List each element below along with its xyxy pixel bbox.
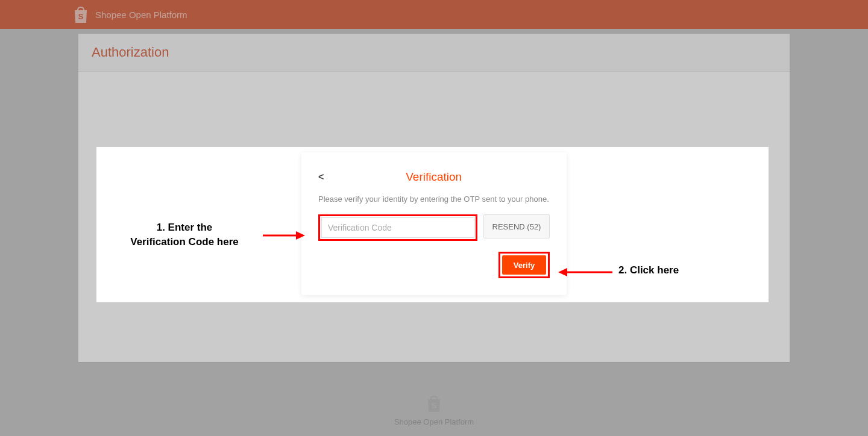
- svg-marker-2: [296, 231, 305, 240]
- verification-panel: < Verification Please verify your identi…: [301, 152, 567, 295]
- verify-button-highlight: Verify: [498, 252, 550, 278]
- arrow-left-icon: [558, 266, 612, 278]
- annotation-step-1-line-2: Verification Code here: [130, 236, 239, 248]
- svg-marker-4: [558, 268, 567, 276]
- dim-overlay: [769, 147, 868, 302]
- code-row: RESEND (52): [318, 214, 550, 241]
- resend-button[interactable]: RESEND (52): [483, 214, 550, 238]
- dim-overlay: [0, 0, 868, 147]
- panel-title: Verification: [318, 170, 550, 184]
- verify-button[interactable]: Verify: [502, 255, 546, 275]
- arrow-right-icon: [263, 229, 305, 241]
- annotation-step-1: 1. Enter the Verification Code here: [112, 220, 257, 249]
- code-input-highlight: [318, 214, 477, 241]
- annotation-step-1-line-1: 1. Enter the: [157, 222, 213, 233]
- instruction-text: Please verify your identity by entering …: [318, 195, 550, 204]
- highlight-strip: < Verification Please verify your identi…: [96, 147, 769, 302]
- dim-overlay: [0, 147, 96, 302]
- verification-code-input[interactable]: [321, 217, 474, 238]
- panel-header: < Verification: [318, 170, 550, 184]
- annotation-step-2: 2. Click here: [618, 264, 679, 276]
- verify-row: Verify: [318, 252, 550, 278]
- dim-overlay: [0, 302, 868, 436]
